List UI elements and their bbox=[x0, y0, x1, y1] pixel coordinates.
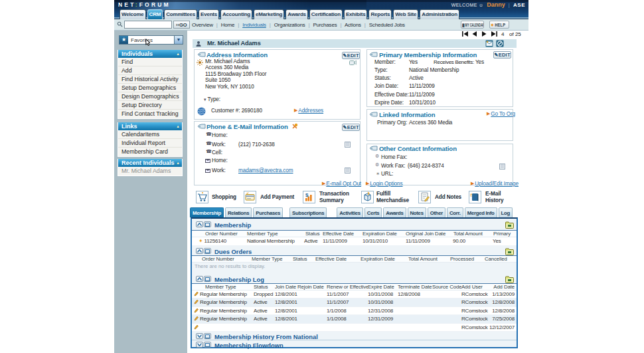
svg-text:4: 4 bbox=[501, 31, 505, 37]
svg-text:$: $ bbox=[305, 192, 309, 198]
svg-text:of 25: of 25 bbox=[509, 31, 521, 37]
